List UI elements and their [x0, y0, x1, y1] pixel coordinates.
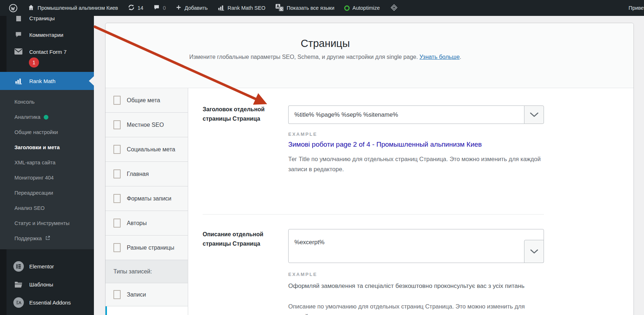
sidebar-item-essential-addons[interactable]: Essential Addons	[0, 293, 94, 311]
submenu-item-general-settings[interactable]: Общие настройки	[0, 125, 94, 140]
chevron-down-icon	[530, 249, 539, 254]
submenu-item-redirections[interactable]: Переадресации	[0, 185, 94, 200]
tab-label: Форматы записи	[127, 195, 172, 202]
submenu-item-support[interactable]: Поддержка	[0, 231, 94, 246]
update-icon	[128, 4, 135, 12]
analytics-status-dot	[44, 115, 48, 120]
comments-icon	[13, 31, 24, 39]
tab-placeholder-icon	[113, 290, 121, 299]
translate-icon	[275, 4, 284, 13]
subtitle-period: .	[460, 54, 461, 60]
submenu-item-analytics[interactable]: Аналитика	[0, 109, 94, 125]
tab-placeholder-icon	[113, 120, 121, 129]
tab-common-meta[interactable]: Общие мета	[105, 88, 188, 113]
title-field-description: Тег Title по умолчанию для отдельных стр…	[288, 154, 541, 174]
updates-indicator[interactable]: 14	[128, 4, 143, 12]
learn-more-link[interactable]: Узнать больше	[419, 54, 459, 60]
sidebar-item-pages[interactable]: Страницы	[0, 16, 94, 26]
chevron-down-icon	[530, 112, 539, 118]
sidebar-item-contact-form-7[interactable]: Contact Form 7 1	[0, 45, 94, 76]
essential-addons-icon	[13, 297, 24, 308]
description-field-label: Описание отдельной страницы Страница	[203, 230, 280, 249]
comment-bubble-icon	[153, 4, 160, 12]
wordpress-menu[interactable]	[9, 4, 18, 13]
tab-label: Социальные мета	[127, 146, 175, 153]
tab-placeholder-icon	[113, 194, 121, 203]
updates-count: 14	[138, 5, 143, 11]
plus-icon	[176, 4, 182, 12]
submenu-item-404-monitor[interactable]: Мониторинг 404	[0, 170, 94, 185]
submenu-label: Общие настройки	[14, 129, 58, 135]
external-link-icon	[45, 236, 50, 242]
sidebar-item-rank-math[interactable]: Rank Math	[0, 72, 94, 90]
description-example-preview: Оформляй замовлення та спеціаліст безкош…	[288, 282, 524, 290]
submenu-label: Анализ SEO	[14, 205, 45, 211]
cf7-count-badge: 1	[29, 57, 39, 68]
post-types-group-header: Типы записей:	[105, 260, 188, 283]
tab-placeholder-icon	[113, 169, 121, 178]
settings-form: Заголовок отдельной страницы Страница EX…	[188, 88, 634, 315]
description-example-label: EXAMPLE	[288, 272, 317, 277]
tab-local-seo[interactable]: Местное SEO	[105, 113, 188, 137]
submenu-label: Аналитика	[14, 114, 40, 120]
home-icon	[27, 4, 35, 12]
admin-bar: Промышленный альпинизм Киев 14 0 Добавит…	[0, 0, 644, 16]
submenu-item-console[interactable]: Консоль	[0, 94, 94, 109]
title-field-input[interactable]	[288, 105, 524, 124]
description-variables-dropdown-button[interactable]	[524, 240, 544, 263]
sidebar-item-label: Комментарии	[29, 32, 63, 38]
tab-placeholder-icon	[113, 145, 121, 154]
autoptimize-status-icon	[344, 5, 350, 11]
tab-posts[interactable]: Записи	[105, 283, 188, 306]
description-field-textarea[interactable]: %excerpt%	[288, 229, 544, 263]
site-link[interactable]: Промышленный альпинизм Киев	[27, 4, 118, 12]
rank-math-icon	[217, 4, 225, 12]
tab-label: Общие мета	[127, 97, 160, 104]
languages-label: Показать все языки	[287, 5, 334, 11]
show-all-languages[interactable]: Показать все языки	[275, 4, 334, 13]
tab-misc-pages[interactable]: Разные страницы	[105, 236, 188, 260]
submenu-item-titles-meta[interactable]: Заголовки и мета	[0, 140, 94, 155]
title-field-combo	[288, 105, 544, 124]
sidebar-item-label: Elementor	[29, 263, 54, 269]
add-new-menu[interactable]: Добавить	[176, 4, 208, 12]
title-variables-dropdown-button[interactable]	[524, 105, 544, 124]
sidebar-item-label: Essential Addons	[29, 299, 71, 306]
submenu-label: Консоль	[14, 99, 35, 105]
tab-post-formats[interactable]: Форматы записи	[105, 186, 188, 211]
submenu-item-sitemap[interactable]: XML-карта сайта	[0, 155, 94, 170]
sidebar-item-templates[interactable]: Шаблоны	[0, 275, 94, 293]
sidebar-item-elementor[interactable]: Elementor	[0, 257, 94, 275]
sidebar-item-comments[interactable]: Комментарии	[0, 27, 94, 43]
settings-tab-list: Общие мета Местное SEO Социальные мета Г…	[105, 88, 188, 315]
tab-authors[interactable]: Авторы	[105, 211, 188, 236]
sidebar-item-label: Страницы	[29, 16, 55, 21]
comments-count: 0	[163, 5, 166, 11]
submenu-label: Заголовки и мета	[14, 144, 60, 150]
tab-label: Разные страницы	[127, 245, 174, 251]
diamond-badge-menu[interactable]	[390, 3, 398, 13]
tab-social-meta[interactable]: Социальные мета	[105, 137, 188, 162]
envelope-icon	[13, 48, 24, 55]
rank-math-seo-menu[interactable]: Rank Math SEO	[217, 4, 265, 12]
comments-indicator[interactable]: 0	[153, 4, 166, 12]
tab-homepage[interactable]: Главная	[105, 162, 188, 186]
tab-pages-active[interactable]	[105, 306, 188, 315]
site-name: Промышленный альпинизм Киев	[38, 5, 118, 11]
autoptimize-menu[interactable]: Autoptimize	[344, 5, 380, 11]
tab-label: Авторы	[127, 220, 147, 226]
page-subtitle: Измените глобальные параметры SEO, Schem…	[105, 54, 545, 60]
title-example-label: EXAMPLE	[288, 131, 317, 137]
rank-math-submenu: Консоль Аналитика Общие настройки Заголо…	[0, 90, 94, 249]
admin-sidebar: Страницы Комментарии Contact Form 7 1 Ra…	[0, 16, 94, 315]
tab-label: Местное SEO	[127, 122, 164, 128]
page-subtitle-text: Измените глобальные параметры SEO, Schem…	[189, 54, 418, 60]
greeting-text[interactable]: Привет,	[628, 5, 644, 11]
sidebar-item-label: Contact Form 7	[29, 49, 66, 55]
autoptimize-label: Autoptimize	[353, 5, 380, 11]
tab-placeholder-icon	[113, 219, 121, 228]
submenu-item-seo-analysis[interactable]: Анализ SEO	[0, 200, 94, 216]
submenu-item-status-tools[interactable]: Статус и Инструменты	[0, 216, 94, 231]
add-new-label: Добавить	[185, 5, 208, 11]
tab-placeholder-icon	[113, 96, 121, 105]
